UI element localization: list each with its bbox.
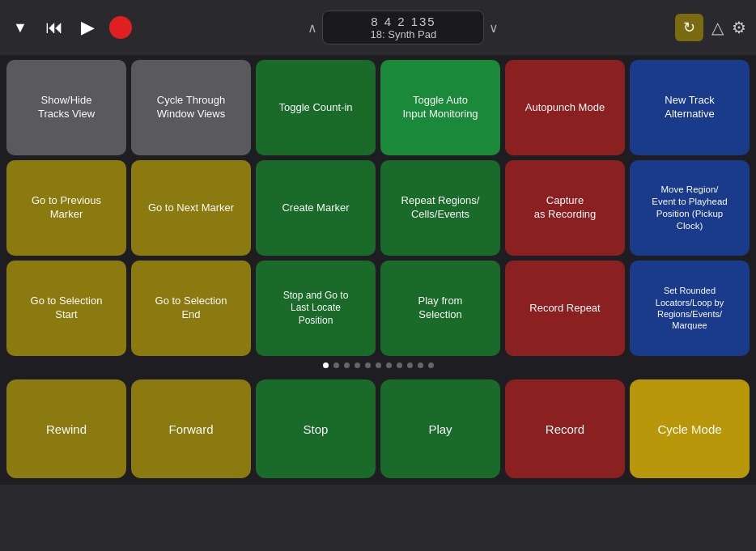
page-dot-10[interactable] xyxy=(418,362,423,368)
cell-stop-goto-last[interactable]: Stop and Go toLast LocatePosition xyxy=(256,261,376,356)
transport-stop[interactable]: Stop xyxy=(256,379,376,478)
pagination xyxy=(0,356,756,375)
page-dot-9[interactable] xyxy=(407,362,413,368)
cycle-icon: ↻ xyxy=(683,19,695,36)
cell-toggle-auto-input[interactable]: Toggle AutoInput Monitoring xyxy=(380,60,500,155)
page-dot-11[interactable] xyxy=(428,362,434,368)
cell-new-track-alt[interactable]: New TrackAlternative xyxy=(630,60,750,155)
cell-repeat-regions[interactable]: Repeat Regions/Cells/Events xyxy=(380,160,500,256)
cell-autopunch[interactable]: Autopunch Mode xyxy=(505,60,625,155)
dropdown-icon: ▼ xyxy=(13,19,28,36)
page-dot-6[interactable] xyxy=(376,362,381,368)
page-dot-2[interactable] xyxy=(333,362,339,368)
top-bar-left: ▼ ⏮ ▶ xyxy=(10,14,132,41)
transport-center: ∧ 8 4 2 135 18: Synth Pad ∨ xyxy=(140,11,667,45)
cell-move-region-playhead[interactable]: Move Region/Event to PlayheadPosition (P… xyxy=(630,160,750,256)
cell-prev-marker[interactable]: Go to PreviousMarker xyxy=(6,160,126,256)
dropdown-arrow-button[interactable]: ▼ xyxy=(10,16,31,40)
cell-create-marker[interactable]: Create Marker xyxy=(256,160,376,256)
cell-play-from-selection[interactable]: Play fromSelection xyxy=(380,261,500,356)
transport-forward[interactable]: Forward xyxy=(131,379,251,478)
cell-goto-selection-end[interactable]: Go to SelectionEnd xyxy=(131,261,251,356)
gear-icon: ⚙ xyxy=(732,19,746,36)
cell-cycle-window[interactable]: Cycle ThroughWindow Views xyxy=(131,60,251,155)
transport-down-arrow[interactable]: ∨ xyxy=(489,20,499,36)
play-button[interactable]: ▶ xyxy=(78,14,98,41)
page-dot-1[interactable] xyxy=(323,362,329,368)
cell-next-marker[interactable]: Go to Next Marker xyxy=(131,160,251,256)
transport-play[interactable]: Play xyxy=(380,379,500,478)
page-dot-3[interactable] xyxy=(344,362,350,368)
metronome-icon: △ xyxy=(711,19,724,36)
bottom-transport-row: Rewind Forward Stop Play Record Cycle Mo… xyxy=(0,375,756,485)
transport-cycle-mode[interactable]: Cycle Mode xyxy=(630,379,750,478)
transport-rewind[interactable]: Rewind xyxy=(6,379,126,478)
transport-time: 8 4 2 135 xyxy=(371,15,436,28)
cycle-button[interactable]: ↻ xyxy=(675,14,703,41)
page-dot-7[interactable] xyxy=(386,362,392,368)
top-bar-right: ↻ △ ⚙ xyxy=(675,14,746,41)
cell-goto-selection-start[interactable]: Go to SelectionStart xyxy=(6,261,126,356)
main-grid-area: Show/HideTracks View Cycle ThroughWindow… xyxy=(0,55,756,356)
record-button[interactable] xyxy=(109,16,132,39)
settings-button[interactable]: ⚙ xyxy=(732,18,746,37)
transport-record[interactable]: Record xyxy=(505,379,625,478)
transport-box[interactable]: 8 4 2 135 18: Synth Pad xyxy=(322,11,484,45)
cell-set-rounded-locators[interactable]: Set RoundedLocators/Loop byRegions/Event… xyxy=(630,261,750,356)
top-bar: ▼ ⏮ ▶ ∧ 8 4 2 135 18: Synth Pad ∨ ↻ △ ⚙ xyxy=(0,0,756,55)
button-grid: Show/HideTracks View Cycle ThroughWindow… xyxy=(6,60,750,356)
transport-track-name: 18: Synth Pad xyxy=(371,28,437,40)
page-dot-4[interactable] xyxy=(355,362,360,368)
cell-show-hide-tracks[interactable]: Show/HideTracks View xyxy=(6,60,126,155)
rewind-button[interactable]: ⏮ xyxy=(42,14,66,41)
metronome-button[interactable]: △ xyxy=(711,18,724,37)
cell-toggle-countin[interactable]: Toggle Count-in xyxy=(256,60,376,155)
rewind-icon: ⏮ xyxy=(45,17,63,38)
page-dot-5[interactable] xyxy=(365,362,371,368)
cell-capture-recording[interactable]: Captureas Recording xyxy=(505,160,625,256)
page-dot-8[interactable] xyxy=(397,362,402,368)
transport-up-arrow[interactable]: ∧ xyxy=(308,20,317,36)
play-icon: ▶ xyxy=(81,17,95,38)
cell-record-repeat[interactable]: Record Repeat xyxy=(505,261,625,356)
